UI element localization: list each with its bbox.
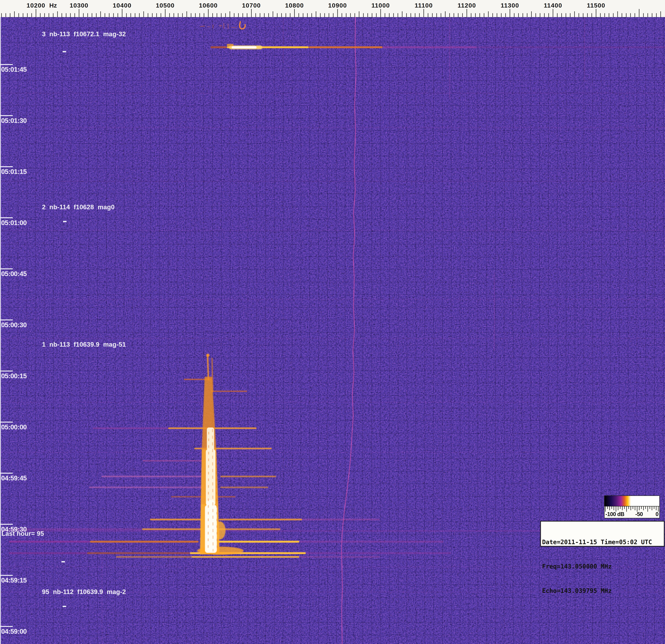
station-info-box: Date=2011-11-15 Time=05:02 UTC Freq=143.… [540,521,665,547]
time-label: 04:59:00 [1,627,27,635]
time-label: 05:00:30 [1,321,27,329]
legend-max-label: 0 [656,511,659,517]
event-annotation-1: 1 nb-113 f10639.9 mag-51 [42,341,126,348]
event-annotation-95: 95 nb-112 f10639.9 mag-2 [42,588,126,595]
time-label: 05:01:15 [1,168,27,175]
time-label: 04:59:15 [1,576,27,584]
time-label: 05:01:30 [1,117,27,125]
time-label: 05:00:15 [1,372,27,380]
legend-min-label: -100 dB [605,511,624,517]
info-frequency: Freq=143.050000 MHz [542,563,664,570]
color-gradient-bar [605,496,659,507]
time-label: 05:01:00 [1,219,27,227]
db-color-legend: -100 dB -50 0 [604,495,660,518]
time-label: 04:59:30 [1,525,27,533]
info-date-time: Date=2011-11-15 Time=05:02 UTC [542,538,664,546]
spectrogram-app: 1020010300104001050010600107001080010900… [0,0,665,644]
info-echo-frequency: Echo=143.039795 MHz [542,587,664,595]
time-label: 05:00:45 [1,270,27,278]
time-label: 05:00:00 [1,423,27,431]
event-annotation-3: 3 nb-113 f10672.1 mag-32 [42,31,126,38]
time-label: 05:01:45 [1,65,27,73]
event-annotation-2: 2 nb-114 f10628 mag0 [42,204,115,211]
time-label: 04:59:45 [1,474,27,482]
legend-mid-label: -50 [635,511,643,517]
